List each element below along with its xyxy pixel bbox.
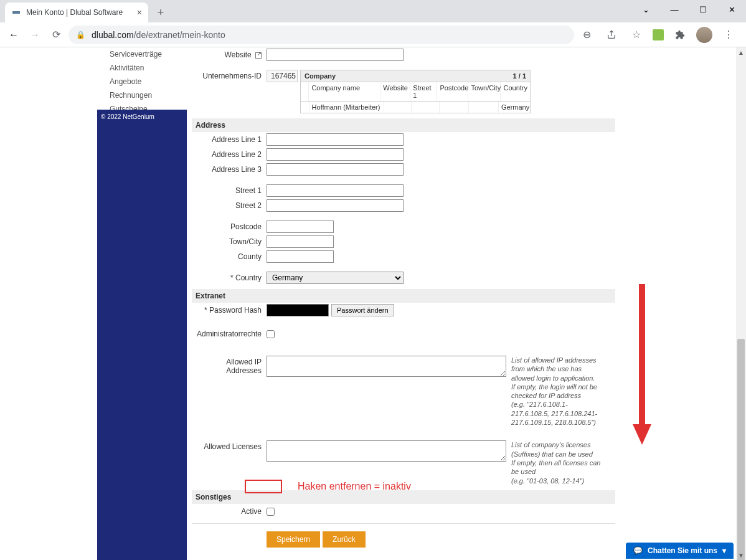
col-country[interactable]: Country: [501, 82, 530, 101]
address-bar[interactable]: 🔒 dlubal.com/de/extranet/mein-konto: [68, 26, 574, 44]
browser-titlebar: Mein Konto | Dlubal Software × + ⌄ — ☐ ✕: [0, 0, 746, 22]
col-postcode[interactable]: Postcode: [437, 82, 468, 101]
addr1-label: Address Line 1: [192, 133, 267, 144]
page-scrollbar[interactable]: ▲ ▼: [736, 47, 746, 560]
save-button[interactable]: Speichern: [267, 531, 320, 548]
website-label: Website: [192, 49, 267, 59]
company-table-title: Company: [305, 72, 336, 80]
table-row[interactable]: Hoffmann (Mitarbeiter) Germany: [301, 102, 530, 113]
postcode-input[interactable]: [267, 221, 334, 233]
back-button[interactable]: ←: [5, 26, 22, 44]
col-town[interactable]: Town/City: [468, 82, 501, 101]
county-label: County: [192, 250, 267, 261]
admin-label: Administratorrechte: [192, 328, 267, 338]
ip-hint: List of allowed IP addresses from which …: [511, 356, 605, 427]
zoom-icon[interactable]: ⊖: [578, 26, 595, 44]
back-button-form[interactable]: Zurück: [323, 531, 366, 548]
street1-input[interactable]: [267, 184, 404, 197]
extension-icon-1[interactable]: [653, 29, 664, 40]
col-dot: [301, 82, 309, 101]
website-input[interactable]: [267, 49, 404, 61]
extranet-section: Extranet: [192, 289, 615, 303]
ip-textarea[interactable]: [267, 356, 506, 377]
town-label: Town/City: [192, 235, 267, 246]
annotation-arrow-icon: [633, 284, 651, 446]
street2-label: Street 2: [192, 199, 267, 210]
postcode-label: Postcode: [192, 221, 267, 231]
pw-label: * Password Hash: [192, 304, 267, 315]
chat-icon: 💬: [633, 546, 643, 555]
tab-close-icon[interactable]: ×: [137, 7, 142, 17]
reload-button[interactable]: ⟳: [47, 26, 65, 44]
lock-icon: 🔒: [76, 31, 85, 39]
active-label: Active: [192, 505, 267, 516]
copyright-text: © 2022 NetGenium: [101, 113, 154, 120]
company-id-label: Unternehmens-ID: [192, 70, 267, 80]
svg-marker-4: [633, 424, 651, 445]
company-table: Company 1 / 1 Company name Website Stree…: [300, 70, 531, 113]
scroll-thumb[interactable]: [737, 339, 745, 560]
lic-label: Allowed Licenses: [192, 440, 267, 451]
street1-label: Street 1: [192, 184, 267, 195]
addr1-input[interactable]: [267, 133, 404, 146]
forward-button[interactable]: →: [26, 26, 44, 44]
sidebar-item-servicevertraege[interactable]: Serviceverträge: [97, 47, 187, 61]
share-icon[interactable]: [603, 26, 620, 44]
svg-rect-0: [12, 11, 20, 14]
scroll-up-icon[interactable]: ▲: [736, 47, 746, 57]
addr3-label: Address Line 3: [192, 163, 267, 174]
new-tab-button[interactable]: +: [152, 4, 169, 21]
lic-textarea[interactable]: [267, 440, 506, 462]
sidebar-item-angebote[interactable]: Angebote: [97, 75, 187, 88]
url-text: dlubal.com/de/extranet/mein-konto: [92, 30, 225, 40]
chevron-down-icon: ▾: [722, 546, 726, 555]
external-link-icon: [255, 52, 262, 59]
browser-toolbar: ← → ⟳ 🔒 dlubal.com/de/extranet/mein-kont…: [0, 22, 746, 47]
lic-hint: List of company's licenses (Suffixes) th…: [511, 440, 605, 485]
annotation-text: Haken entfernen = inaktiv: [298, 481, 411, 492]
browser-tab[interactable]: Mein Konto | Dlubal Software ×: [5, 2, 148, 22]
admin-checkbox[interactable]: [267, 330, 275, 338]
active-checkbox[interactable]: [267, 508, 275, 516]
company-table-page: 1 / 1: [513, 72, 526, 80]
close-window-button[interactable]: ✕: [717, 0, 746, 19]
addr2-input[interactable]: [267, 148, 404, 161]
profile-avatar[interactable]: [696, 27, 712, 43]
town-input[interactable]: [267, 235, 334, 248]
col-company-name[interactable]: Company name: [309, 82, 380, 101]
menu-icon[interactable]: ⋮: [720, 26, 737, 44]
company-id-value: 167465: [267, 70, 298, 82]
sidebar-item-rechnungen[interactable]: Rechnungen: [97, 88, 187, 102]
sidebar: Serviceverträge Aktivitäten Angebote Rec…: [97, 47, 187, 116]
chat-widget[interactable]: 💬 Chatten Sie mit uns ▾: [626, 543, 734, 559]
svg-rect-2: [653, 29, 664, 40]
scroll-down-icon[interactable]: ▼: [736, 550, 746, 560]
maximize-button[interactable]: ☐: [689, 0, 717, 19]
ip-label: Allowed IP Addresses: [192, 356, 267, 375]
addr2-label: Address Line 2: [192, 148, 267, 159]
addr3-input[interactable]: [267, 163, 404, 176]
tab-favicon: [11, 7, 21, 17]
annotation-box: [245, 480, 282, 493]
col-street[interactable]: Street 1: [410, 82, 437, 101]
change-password-button[interactable]: Passwort ändern: [331, 304, 394, 316]
country-select[interactable]: Germany: [267, 272, 404, 284]
county-input[interactable]: [267, 250, 334, 263]
country-label: * Country: [192, 272, 267, 282]
minimize-button[interactable]: —: [660, 0, 689, 19]
address-section: Address: [192, 118, 615, 132]
street2-input[interactable]: [267, 199, 404, 212]
tab-title: Mein Konto | Dlubal Software: [26, 8, 123, 17]
col-website[interactable]: Website: [380, 82, 410, 101]
copyright-panel: © 2022 NetGenium: [97, 110, 187, 560]
password-hash-field: [267, 304, 329, 316]
bookmark-icon[interactable]: ☆: [628, 26, 645, 44]
chevron-down-icon[interactable]: ⌄: [631, 0, 660, 19]
extensions-icon[interactable]: [671, 26, 689, 44]
sidebar-item-aktivitaeten[interactable]: Aktivitäten: [97, 61, 187, 75]
chat-label: Chatten Sie mit uns: [648, 546, 717, 555]
